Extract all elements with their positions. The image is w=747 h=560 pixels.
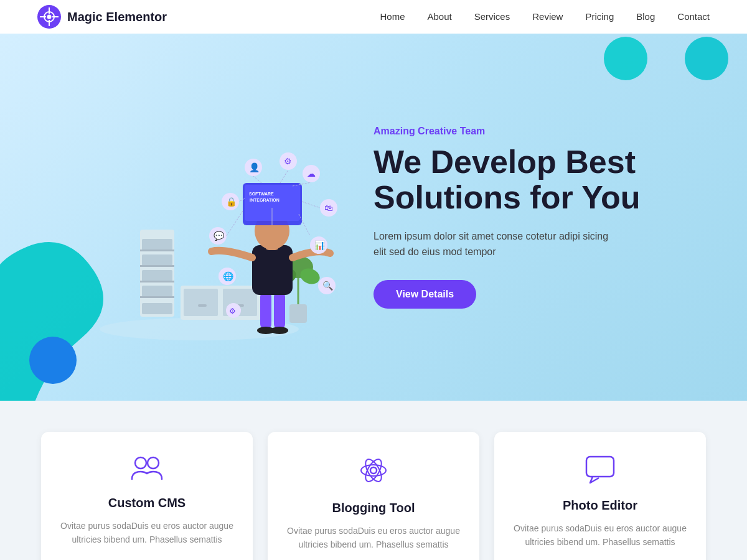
- hero-section: SOFTWARE INTEGRATION 👤 ⚙ ☁ 🛍: [0, 34, 747, 401]
- svg-text:INTEGRATION: INTEGRATION: [250, 198, 280, 202]
- hero-illustration: SOFTWARE INTEGRATION 👤 ⚙ ☁ 🛍: [37, 86, 361, 348]
- svg-rect-20: [184, 289, 218, 316]
- svg-point-68: [135, 457, 146, 469]
- hero-text: Amazing Creative Team We Develop Best So…: [361, 126, 710, 309]
- hero-title: We Develop Best Solutions for You: [374, 144, 710, 215]
- nav-item-about[interactable]: About: [427, 11, 451, 22]
- svg-point-71: [361, 465, 386, 476]
- svg-rect-33: [252, 245, 293, 295]
- svg-text:⚙: ⚙: [284, 156, 292, 166]
- svg-rect-14: [142, 303, 172, 314]
- hero-content: SOFTWARE INTEGRATION 👤 ⚙ ☁ 🛍: [37, 86, 710, 348]
- illustration-svg: SOFTWARE INTEGRATION 👤 ⚙ ☁ 🛍: [50, 86, 349, 348]
- svg-line-61: [253, 176, 261, 183]
- photo-editor-icon: [584, 454, 616, 488]
- navbar: Magic Elementor Home About Services Revi…: [0, 0, 747, 34]
- cards-section: Custom CMS Ovitae purus sodaDuis eu eros…: [0, 401, 747, 560]
- svg-point-6: [47, 15, 52, 19]
- logo-text: Magic Elementor: [67, 10, 167, 24]
- logo-icon: [37, 5, 61, 29]
- svg-point-69: [148, 457, 159, 469]
- svg-text:☁: ☁: [307, 169, 316, 179]
- svg-text:🌐: 🌐: [223, 271, 234, 282]
- custom-cms-title: Custom CMS: [108, 496, 186, 510]
- card-blogging-tool: Blogging Tool Ovitae purus sodaDuis eu e…: [268, 432, 479, 560]
- svg-text:💬: 💬: [214, 231, 225, 241]
- svg-rect-24: [289, 304, 307, 323]
- custom-cms-icon: [131, 454, 163, 486]
- svg-rect-12: [142, 270, 172, 281]
- svg-rect-29: [260, 292, 271, 329]
- svg-rect-74: [586, 457, 614, 477]
- svg-rect-22: [198, 304, 207, 307]
- svg-rect-18: [140, 296, 174, 298]
- svg-text:🔒: 🔒: [226, 197, 237, 207]
- blogging-tool-title: Blogging Tool: [332, 501, 415, 515]
- svg-rect-30: [274, 292, 285, 329]
- svg-text:🔍: 🔍: [322, 281, 334, 291]
- svg-rect-13: [142, 286, 172, 297]
- card-custom-cms: Custom CMS Ovitae purus sodaDuis eu eros…: [41, 432, 253, 560]
- hero-description: Lorem ipsum dolor sit amet conse cotetur…: [374, 228, 622, 260]
- blogging-tool-icon: [357, 454, 390, 491]
- nav-item-blog[interactable]: Blog: [636, 11, 655, 22]
- hero-decor-circle-1: [604, 37, 647, 80]
- hero-subtitle: Amazing Creative Team: [374, 126, 710, 137]
- svg-line-64: [302, 202, 320, 208]
- svg-text:👤: 👤: [249, 162, 260, 173]
- svg-text:📊: 📊: [314, 240, 326, 251]
- svg-line-67: [227, 211, 243, 236]
- logo[interactable]: Magic Elementor: [37, 5, 167, 29]
- svg-rect-11: [142, 254, 172, 266]
- photo-editor-desc: Ovitae purus sodaDuis eu eros auctor aug…: [509, 521, 691, 549]
- svg-text:⚙: ⚙: [229, 307, 236, 315]
- svg-point-70: [370, 467, 377, 474]
- nav-item-services[interactable]: Services: [474, 11, 510, 22]
- blogging-tool-desc: Ovitae purus sodaDuis eu eros auctor aug…: [283, 524, 464, 552]
- svg-rect-10: [142, 239, 172, 250]
- view-details-button[interactable]: View Details: [374, 280, 476, 309]
- svg-line-62: [280, 170, 288, 183]
- svg-rect-15: [140, 250, 174, 251]
- svg-rect-16: [140, 265, 174, 267]
- nav-item-home[interactable]: Home: [380, 11, 405, 22]
- nav-item-review[interactable]: Review: [532, 11, 563, 22]
- nav-item-contact[interactable]: Contact: [677, 11, 710, 22]
- svg-rect-17: [140, 281, 174, 282]
- nav-links: Home About Services Review Pricing Blog …: [380, 11, 710, 22]
- photo-editor-title: Photo Editor: [563, 498, 637, 513]
- hero-decor-circle-2: [685, 37, 728, 80]
- card-photo-editor: Photo Editor Ovitae purus sodaDuis eu er…: [494, 432, 706, 560]
- custom-cms-desc: Ovitae purus sodaDuis eu eros auctor aug…: [56, 519, 238, 547]
- svg-text:🛍: 🛍: [324, 203, 333, 213]
- svg-point-32: [271, 327, 288, 334]
- nav-item-pricing[interactable]: Pricing: [585, 11, 614, 22]
- svg-text:SOFTWARE: SOFTWARE: [249, 192, 274, 196]
- svg-line-65: [299, 214, 310, 236]
